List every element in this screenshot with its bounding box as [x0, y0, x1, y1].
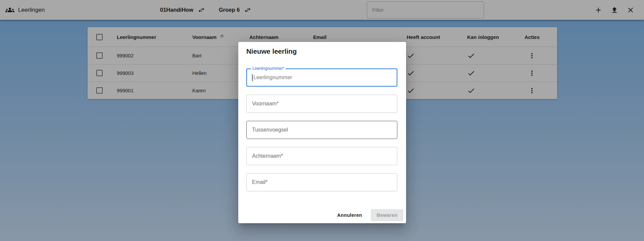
leerlingnummer-field-label: Leerlingnummer*	[251, 66, 286, 71]
new-student-dialog: Nieuwe leerling Leerlingnummer* Leerling…	[238, 42, 406, 223]
email-field-label: Email*	[252, 179, 267, 185]
text-cursor	[252, 74, 253, 81]
dialog-title: Nieuwe leerling	[246, 47, 297, 56]
voornaam-field-label: Voornaam*	[252, 101, 279, 107]
cancel-button[interactable]: Annuleren	[335, 209, 365, 221]
leerlingnummer-field[interactable]: Leerlingnummer* Leerlingnummer	[246, 68, 397, 87]
tussenvoegsel-field-label: Tussenvoegsel	[252, 127, 288, 133]
leerlingnummer-field-placeholder: Leerlingnummer	[253, 75, 292, 81]
dialog-actions: Annuleren Bewaren	[335, 209, 403, 221]
voornaam-field[interactable]: Voornaam*	[246, 95, 397, 113]
save-button[interactable]: Bewaren	[371, 209, 403, 221]
tussenvoegsel-field[interactable]: Tussenvoegsel	[246, 121, 397, 139]
email-field[interactable]: Email*	[246, 173, 397, 191]
achternaam-field-label: Achternaam*	[252, 153, 283, 159]
achternaam-field[interactable]: Achternaam*	[246, 147, 397, 165]
dialog-form: Leerlingnummer* Leerlingnummer Voornaam*…	[246, 68, 397, 199]
